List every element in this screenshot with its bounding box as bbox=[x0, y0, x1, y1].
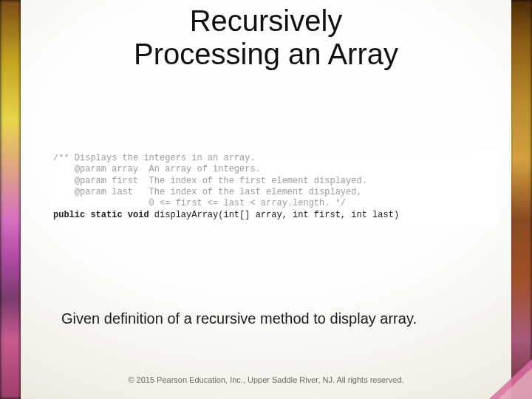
code-line-5: 0 <= first <= last < array.length. */ bbox=[53, 198, 346, 208]
slide-description: Given definition of a recursive method t… bbox=[61, 310, 482, 327]
code-signature: displayArray(int[] array, int first, int… bbox=[149, 210, 399, 220]
slide-title: Recursively Processing an Array bbox=[21, 4, 511, 71]
slide-body: Recursively Processing an Array /** Disp… bbox=[21, 0, 511, 399]
code-line-1: /** Displays the integers in an array. bbox=[53, 153, 256, 163]
page-fold-highlight bbox=[498, 368, 532, 399]
decorative-left-strip bbox=[0, 0, 21, 399]
code-snippet: /** Displays the integers in an array. @… bbox=[49, 150, 497, 225]
code-line-4: @param last The index of the last elemen… bbox=[53, 187, 362, 197]
code-line-3: @param first The index of the first elem… bbox=[53, 176, 367, 186]
slide-stage: Recursively Processing an Array /** Disp… bbox=[0, 0, 532, 399]
code-line-2: @param array An array of integers. bbox=[53, 164, 261, 174]
copyright-text: © 2015 Pearson Education, Inc., Upper Sa… bbox=[21, 375, 511, 384]
decorative-right-strip bbox=[510, 0, 532, 399]
title-line-2: Processing an Array bbox=[134, 38, 398, 70]
title-line-1: Recursively bbox=[190, 4, 343, 37]
code-keywords: public static void bbox=[53, 210, 149, 220]
